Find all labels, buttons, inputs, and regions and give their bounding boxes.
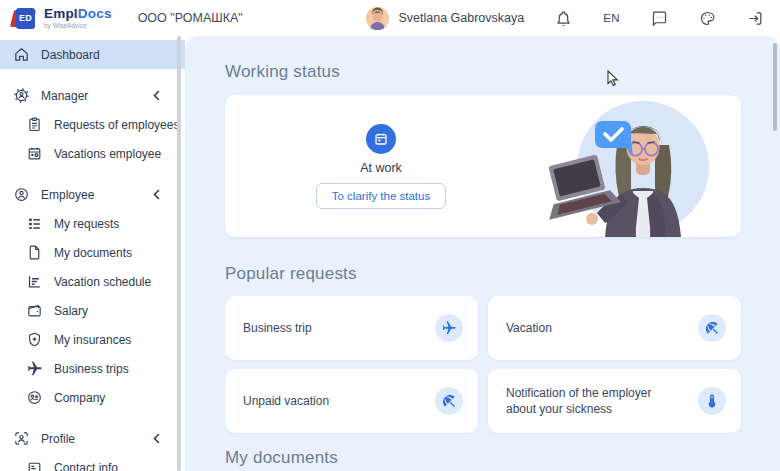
thermometer-icon	[698, 387, 726, 415]
sidebar-item-label: Profile	[41, 432, 75, 446]
sidebar-item-my-documents[interactable]: My documents	[0, 238, 185, 267]
chevron-left-icon	[152, 433, 161, 444]
sidebar-item-dashboard[interactable]: Dashboard	[0, 40, 185, 69]
home-icon	[13, 46, 30, 63]
sidebar-item-label: Employee	[41, 188, 94, 202]
list-icon	[26, 215, 43, 232]
beach-umbrella-icon	[698, 314, 726, 342]
people-circle-icon	[26, 389, 43, 406]
logout-icon[interactable]	[747, 10, 764, 27]
sidebar-item-company[interactable]: Company	[0, 383, 185, 412]
sidebar-item-label: Dashboard	[41, 48, 100, 62]
main-content: Working status At work To clarify the st…	[185, 36, 780, 471]
sidebar-item-vacation-schedule[interactable]: Vacation schedule	[0, 267, 185, 296]
request-card-label: Business trip	[243, 320, 418, 336]
sidebar-item-label: Manager	[41, 89, 88, 103]
user-menu[interactable]: Svetlana Gabrovskaya	[366, 7, 524, 30]
avatar	[366, 7, 389, 30]
chevron-left-icon	[152, 189, 161, 200]
status-label: At work	[360, 161, 402, 175]
sidebar-item-requests-of-employees[interactable]: Requests of employees	[0, 110, 185, 139]
language-switcher[interactable]: EN	[603, 12, 620, 24]
topbar-actions: Svetlana Gabrovskaya EN	[366, 7, 764, 30]
sidebar-group-employee[interactable]: Employee	[0, 180, 185, 209]
logo-badge-text: ED	[16, 8, 35, 29]
sidebar-item-my-requests[interactable]: My requests	[0, 209, 185, 238]
sidebar-item-salary[interactable]: Salary	[0, 296, 185, 325]
chevron-left-icon	[152, 90, 161, 101]
request-card-label: Vacation	[506, 320, 681, 336]
plane-icon	[26, 360, 43, 377]
request-card-unpaid-vacation[interactable]: Unpaid vacation	[225, 369, 478, 433]
working-status-card: At work To clarify the status	[225, 95, 741, 237]
request-card-vacation[interactable]: Vacation	[488, 296, 741, 360]
sidebar-item-label: Vacations employee	[54, 147, 161, 161]
my-documents-title: My documents	[225, 448, 780, 468]
wallet-icon	[26, 302, 43, 319]
file-icon	[26, 244, 43, 261]
frame-person-icon	[13, 430, 30, 447]
gantt-bars-icon	[26, 273, 43, 290]
sidebar-group-manager[interactable]: Manager	[0, 81, 185, 110]
sidebar-item-label: My insurances	[54, 333, 131, 347]
working-status-title: Working status	[225, 62, 780, 82]
plane-icon	[435, 314, 463, 342]
sidebar-item-label: Contact info	[54, 461, 118, 471]
notifications-bell-icon[interactable]	[555, 10, 572, 27]
content-scrollbar[interactable]	[773, 43, 777, 131]
request-card-label: Notification of the employer about your …	[506, 385, 681, 417]
shield-plus-icon	[26, 331, 43, 348]
sidebar: Dashboard Manager	[0, 36, 185, 471]
beach-umbrella-icon	[435, 387, 463, 415]
sidebar-item-my-insurances[interactable]: My insurances	[0, 325, 185, 354]
sidebar-item-label: Business trips	[54, 362, 129, 376]
sidebar-scrollbar[interactable]	[177, 36, 181, 471]
calendar-grid-icon	[26, 145, 43, 162]
logo-badge-icon: ED	[12, 8, 37, 29]
brand-byline: by WiseAdvice	[44, 23, 112, 30]
working-status-illustration	[537, 95, 741, 237]
clarify-status-button[interactable]: To clarify the status	[316, 183, 446, 209]
brand-name: EmplDocs	[44, 7, 112, 21]
chat-icon[interactable]	[651, 10, 668, 27]
sidebar-item-label: My documents	[54, 246, 132, 260]
sidebar-item-business-trips[interactable]: Business trips	[0, 354, 185, 383]
company-name: ООО "РОМАШКА"	[138, 11, 243, 25]
calendar-check-icon	[366, 124, 396, 154]
sidebar-item-label: Company	[54, 391, 105, 405]
top-bar: ED EmplDocs by WiseAdvice ООО "РОМАШКА"	[0, 0, 780, 36]
empldocs-app: ED EmplDocs by WiseAdvice ООО "РОМАШКА"	[0, 0, 780, 471]
person-circle-icon	[13, 186, 30, 203]
request-card-sickness-notification[interactable]: Notification of the employer about your …	[488, 369, 741, 433]
sidebar-item-contact-info[interactable]: Contact info	[0, 453, 185, 471]
clipboard-icon	[26, 116, 43, 133]
user-name: Svetlana Gabrovskaya	[398, 11, 524, 25]
theme-palette-icon[interactable]	[699, 10, 716, 27]
request-card-label: Unpaid vacation	[243, 393, 418, 409]
request-card-business-trip[interactable]: Business trip	[225, 296, 478, 360]
sidebar-item-label: My requests	[54, 217, 119, 231]
sidebar-item-vacations-employee[interactable]: Vacations employee	[0, 139, 185, 168]
sidebar-item-label: Requests of employees	[54, 118, 179, 132]
sidebar-group-profile[interactable]: Profile	[0, 424, 185, 453]
sidebar-item-label: Vacation schedule	[54, 275, 151, 289]
sidebar-item-label: Salary	[54, 304, 88, 318]
manager-gear-person-icon	[13, 87, 30, 104]
app-logo[interactable]: ED EmplDocs by WiseAdvice	[12, 7, 112, 29]
popular-requests-grid: Business trip Vacation Unpaid vacation	[225, 296, 741, 433]
card-icon	[26, 459, 43, 471]
popular-requests-title: Popular requests	[225, 264, 780, 284]
